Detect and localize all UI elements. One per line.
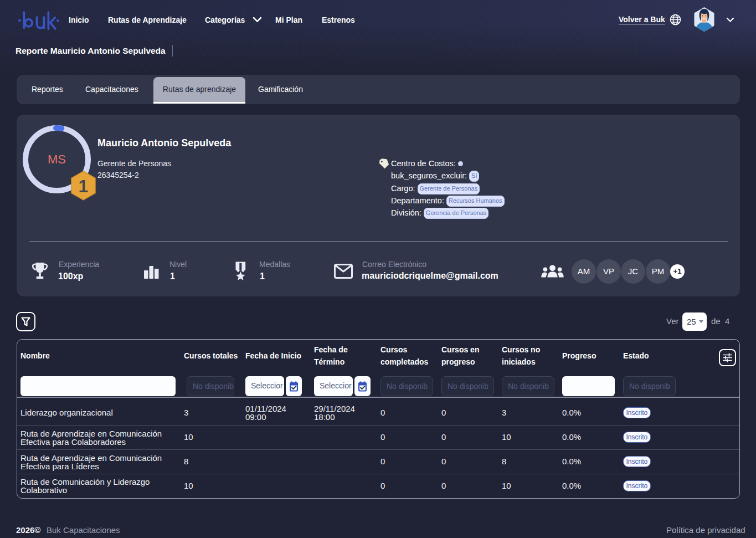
svg-text:1: 1 [79,176,89,196]
svg-text:MS: MS [48,152,66,166]
